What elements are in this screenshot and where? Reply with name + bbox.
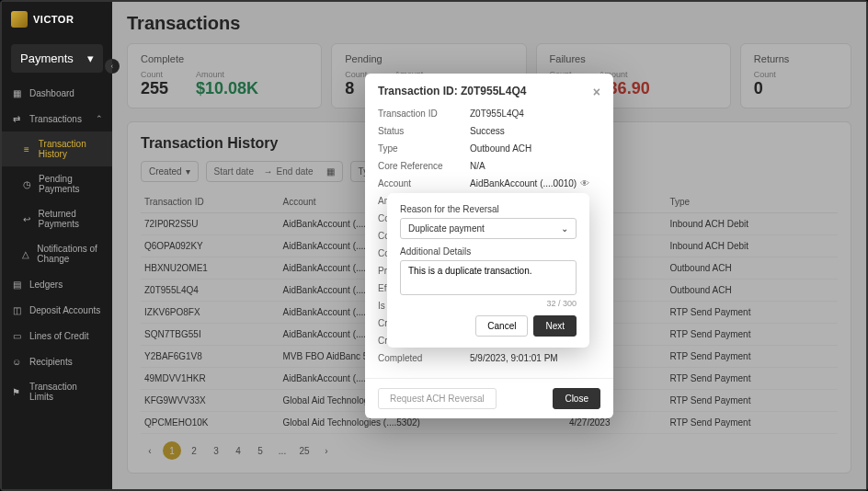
credit-icon: ▭ xyxy=(11,330,22,341)
sidebar: VICTOR Payments ▾ ▦Dashboard ⇄Transactio… xyxy=(2,2,112,489)
brand-logo: VICTOR xyxy=(2,2,112,37)
nav-transaction-limits[interactable]: ⚑Transaction Limits xyxy=(2,374,112,409)
request-reversal-button[interactable]: Request ACH Reversal xyxy=(378,388,497,409)
eye-icon[interactable]: 👁 xyxy=(580,178,589,188)
bell-icon: △ xyxy=(22,248,29,259)
nav-returned-payments[interactable]: ↩Returned Payments xyxy=(2,201,112,236)
char-count: 32 / 300 xyxy=(400,299,577,308)
reversal-reason-modal: Reason for the Reversal Duplicate paymen… xyxy=(387,193,589,348)
close-button[interactable]: Close xyxy=(553,388,600,409)
dashboard-icon: ▦ xyxy=(11,87,22,98)
nav-transaction-history[interactable]: ≡Transaction History xyxy=(2,131,112,166)
main-content: Transactions Complete Count255 Amount$10… xyxy=(112,2,866,489)
details-label: Additional Details xyxy=(400,246,577,257)
brand-text: VICTOR xyxy=(33,14,74,25)
payments-dropdown[interactable]: Payments ▾ xyxy=(11,44,103,73)
recipients-icon: ☺ xyxy=(11,356,22,367)
reason-value: Duplicate payment xyxy=(408,223,485,234)
caret-down-icon: ▾ xyxy=(87,51,94,65)
ledgers-icon: ▤ xyxy=(11,279,22,290)
transactions-icon: ⇄ xyxy=(11,113,22,124)
payments-label: Payments xyxy=(20,51,74,65)
modal-title: Transaction ID: Z0T955L4Q4 xyxy=(378,85,526,99)
detail-row: AccountAidBankAccount (....0010)👁 xyxy=(378,175,600,192)
details-textarea[interactable] xyxy=(400,260,577,295)
detail-row: Completed5/9/2023, 9:01:01 PM xyxy=(378,349,600,367)
deposit-icon: ◫ xyxy=(11,304,22,315)
nav-pending-payments[interactable]: ◷Pending Payments xyxy=(2,166,112,201)
nav-deposit-accounts[interactable]: ◫Deposit Accounts xyxy=(2,297,112,323)
cancel-button[interactable]: Cancel xyxy=(475,315,528,337)
detail-row: StatusSuccess xyxy=(378,122,600,140)
limits-icon: ⚑ xyxy=(11,386,22,397)
reason-label: Reason for the Reversal xyxy=(400,204,577,214)
close-icon[interactable]: × xyxy=(593,85,600,99)
nav-dashboard[interactable]: ▦Dashboard xyxy=(2,80,112,106)
next-button[interactable]: Next xyxy=(533,315,577,337)
detail-row: TypeOutbound ACH xyxy=(378,140,600,157)
returned-icon: ↩ xyxy=(22,213,31,224)
transaction-detail-modal: Transaction ID: Z0T955L4Q4 × Transaction… xyxy=(365,74,613,418)
nav-transactions[interactable]: ⇄Transactions⌃ xyxy=(2,106,112,131)
nav-notifications[interactable]: △Notifications of Change xyxy=(2,236,112,271)
chevron-up-icon: ⌃ xyxy=(96,114,103,123)
nav-lines-of-credit[interactable]: ▭Lines of Credit xyxy=(2,323,112,348)
detail-row: Core ReferenceN/A xyxy=(378,157,600,175)
modal-backdrop[interactable]: Transaction ID: Z0T955L4Q4 × Transaction… xyxy=(112,2,866,489)
logo-icon xyxy=(11,11,28,28)
detail-row: Transaction IDZ0T955L4Q4 xyxy=(378,105,600,122)
reason-select[interactable]: Duplicate payment ⌄ xyxy=(400,218,577,239)
pending-icon: ◷ xyxy=(22,178,31,189)
history-icon: ≡ xyxy=(22,143,31,154)
chevron-down-icon: ⌄ xyxy=(561,223,568,234)
nav-ledgers[interactable]: ▤Ledgers xyxy=(2,271,112,297)
nav-recipients[interactable]: ☺Recipients xyxy=(2,348,112,374)
